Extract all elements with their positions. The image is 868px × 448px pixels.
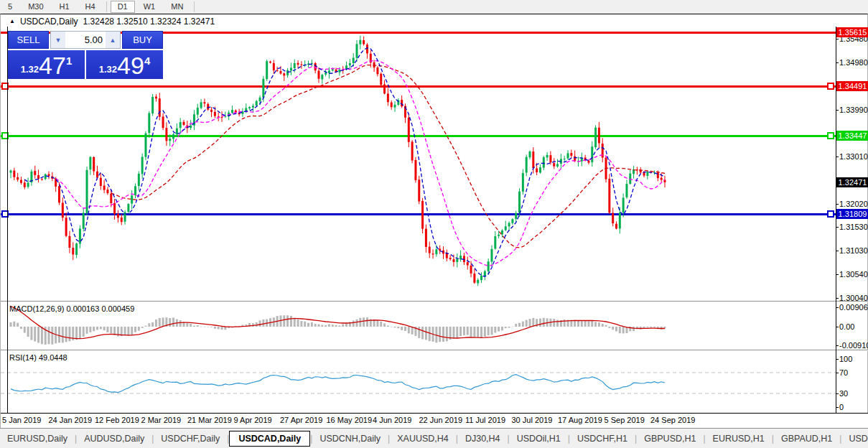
timeframe-button-h4[interactable]: H4 xyxy=(78,1,103,13)
price-badge-1-31809: 1.31809 xyxy=(836,209,868,219)
axis-tick-mark xyxy=(836,393,839,394)
tab-gbpaud-h1[interactable]: GBPAUD,H1 xyxy=(774,431,839,447)
axis-tick-mark xyxy=(836,359,839,360)
price-badge-1-34491: 1.34491 xyxy=(836,81,868,91)
axis-tick-mark xyxy=(836,345,839,346)
price-tick-label: 1.31530 xyxy=(839,223,868,231)
timeframe-button-m30[interactable]: M30 xyxy=(21,1,50,13)
collapse-arrow-icon[interactable]: ▲ xyxy=(9,18,15,25)
chart-ohlc-values: 1.32428 1.32510 1.32324 1.32471 xyxy=(83,17,215,27)
timeframe-button-mn[interactable]: MN xyxy=(164,1,190,13)
axis-tick-mark xyxy=(836,110,839,111)
axis-tick-mark xyxy=(836,251,839,251)
volume-increase-button[interactable]: ▲ xyxy=(106,32,120,48)
timeframe-button-5[interactable]: 5 xyxy=(1,1,19,13)
tab-usdcad-daily[interactable]: USDCAD,Daily xyxy=(229,431,310,447)
price-badge-1-33447: 1.33447 xyxy=(836,131,868,141)
date-label: 21 Mar 2019 xyxy=(187,416,232,424)
macd-tick-label: 0.009062 xyxy=(839,303,868,312)
sell-price-display[interactable]: 1.32471 xyxy=(8,50,85,79)
date-label: 2 Mar 2019 xyxy=(141,416,182,424)
tab-usdchf-h1[interactable]: USDCHF,H1 xyxy=(570,431,635,447)
volume-decrease-button[interactable]: ▼ xyxy=(51,32,65,48)
date-label: 9 Apr 2019 xyxy=(234,416,272,424)
buy-price-display[interactable]: 1.32494 xyxy=(86,50,163,79)
tab-audusd-daily[interactable]: AUDUSD,Daily xyxy=(77,431,151,447)
axis-tick-mark xyxy=(836,39,839,39)
axis-tick-mark xyxy=(836,373,839,373)
axis-tick-mark xyxy=(836,274,839,275)
date-label: 24 Jan 2019 xyxy=(49,416,93,424)
timeframe-toolbar: 5M30H1H4D1W1MN xyxy=(0,0,868,14)
tab-usdchf-daily[interactable]: USDCHF,Daily xyxy=(154,431,227,447)
price-tick-label: 1.33010 xyxy=(839,152,868,161)
buy-price-sup: 4 xyxy=(144,55,150,66)
axis-tick-mark xyxy=(836,204,839,205)
price-tick-label: 1.31030 xyxy=(839,246,868,255)
price-tick-label: 1.30040 xyxy=(839,294,868,302)
hline-handle[interactable] xyxy=(828,211,834,217)
sell-price-big: 47 xyxy=(39,53,66,78)
buy-price-small: 1.32 xyxy=(99,64,117,75)
macd-tick-label: -0.009107 xyxy=(839,341,868,350)
rsi-tick-label: 100 xyxy=(839,355,852,363)
price-tick-label: 1.30540 xyxy=(839,270,868,279)
hline-handle[interactable] xyxy=(828,133,834,139)
rsi-tick-label: 70 xyxy=(839,368,848,377)
timeframe-button-w1[interactable]: W1 xyxy=(136,1,163,13)
axis-tick-mark xyxy=(836,298,839,299)
price-tick-label: 1.34980 xyxy=(839,58,868,67)
price-tick-label: 1.33990 xyxy=(839,106,868,114)
tab-eurusd-daily[interactable]: EURUSD,Daily xyxy=(0,431,75,447)
axis-tick-mark xyxy=(836,157,839,157)
sell-price-sup: 1 xyxy=(66,55,72,66)
macd-tick-label: 0.00 xyxy=(839,322,854,331)
toolbar-separator xyxy=(194,1,195,12)
volume-input[interactable] xyxy=(65,32,106,48)
price-tick-label: 1.32020 xyxy=(839,200,868,208)
axis-tick-mark xyxy=(836,327,839,327)
hline-handle[interactable] xyxy=(828,83,834,89)
tab-usdjp[interactable]: USDJP xyxy=(841,431,868,447)
rsi-indicator-label: RSI(14) 49.0448 xyxy=(9,353,67,362)
rsi-chart-canvas[interactable] xyxy=(1,351,836,413)
rsi-tick-label: 30 xyxy=(839,389,848,398)
date-label: 11 Jul 2019 xyxy=(465,416,505,424)
buy-button[interactable]: BUY xyxy=(122,31,163,49)
rsi-tick-label: 0 xyxy=(839,403,844,411)
timeframe-button-h1[interactable]: H1 xyxy=(52,1,77,13)
volume-spinner: ▼ ▲ xyxy=(50,31,121,49)
date-label: 4 Jun 2019 xyxy=(373,416,411,424)
date-label: 27 Apr 2019 xyxy=(280,416,322,424)
chart-tab-bar: EURUSD,Daily|AUDUSD,Daily|USDCHF,Daily|U… xyxy=(0,428,868,448)
tab-dj30-h4[interactable]: DJ30,H4 xyxy=(458,431,508,447)
macd-histogram-layer xyxy=(10,315,666,345)
axis-tick-mark xyxy=(836,227,839,228)
date-label: 5 Sep 2019 xyxy=(605,416,645,424)
date-label: 17 Aug 2019 xyxy=(558,416,602,424)
hline-1-33447[interactable] xyxy=(1,135,836,137)
tab-xauusd-h4[interactable]: XAUUSD,H4 xyxy=(390,431,456,447)
date-axis: 5 Jan 201924 Jan 201912 Feb 20192 Mar 20… xyxy=(1,414,868,428)
tab-usdcnh-daily[interactable]: USDCNH,Daily xyxy=(312,431,388,447)
mt4-trading-platform: 5M30H1H4D1W1MN ▲ USDCAD,Daily 1.32428 1.… xyxy=(0,0,868,448)
buy-price-big: 49 xyxy=(117,53,144,78)
sell-button[interactable]: SELL xyxy=(8,31,49,49)
date-label: 24 Sep 2019 xyxy=(650,416,695,424)
timeframe-button-d1[interactable]: D1 xyxy=(111,1,135,13)
chart-symbol-label: USDCAD,Daily xyxy=(20,17,78,27)
axis-tick-mark xyxy=(836,407,839,408)
tab-eurusd-h1[interactable]: EURUSD,H1 xyxy=(706,431,772,447)
price-badge-1-35615: 1.35615 xyxy=(836,27,868,37)
date-label: 5 Jan 2019 xyxy=(2,416,41,424)
tab-usdoil-h1[interactable]: USDOil,H1 xyxy=(510,431,568,447)
one-click-trade-panel: SELL ▼ ▲ BUY 1.32471 1.32494 xyxy=(8,31,163,79)
tab-gbpusd-h1[interactable]: GBPUSD,H1 xyxy=(637,431,703,447)
chart-window: ▲ USDCAD,Daily 1.32428 1.32510 1.32324 1… xyxy=(0,14,868,428)
date-label: 12 Feb 2019 xyxy=(95,416,139,424)
price-badge-1-32471: 1.32471 xyxy=(836,177,868,187)
date-label: 30 Jul 2019 xyxy=(512,416,553,424)
rsi-line xyxy=(11,375,665,393)
axis-tick-mark xyxy=(836,307,839,308)
toolbar-separator xyxy=(106,1,107,12)
